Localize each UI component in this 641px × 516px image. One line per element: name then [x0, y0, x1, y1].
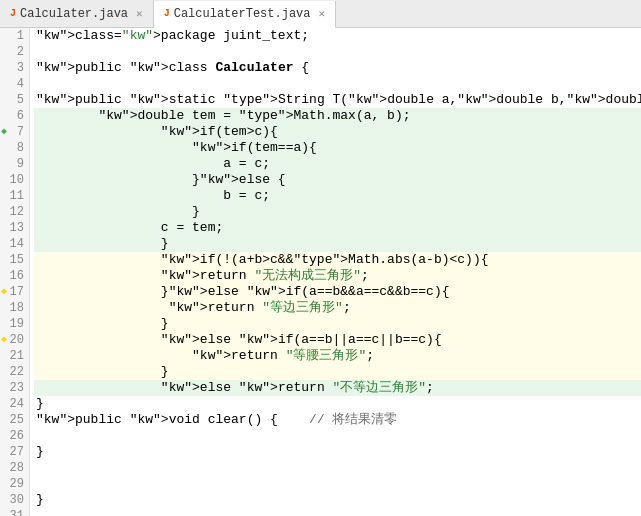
- line-number-21: 21: [0, 348, 29, 364]
- line-number-20: 20: [0, 332, 29, 348]
- code-line-1: "kw">class="kw">package juint_text;: [34, 28, 641, 44]
- line-number-25: 25: [0, 412, 29, 428]
- line-number-13: 13: [0, 220, 29, 236]
- tab-calculater-close[interactable]: ✕: [136, 7, 143, 20]
- line-number-24: 24: [0, 396, 29, 412]
- code-line-26: [34, 428, 641, 444]
- code-line-21: "kw">return "等腰三角形";: [34, 348, 641, 364]
- line-number-31: 31: [0, 508, 29, 516]
- java-file-icon-test: J: [164, 8, 170, 19]
- code-line-18: "kw">return "等边三角形";: [34, 300, 641, 316]
- line-number-16: 16: [0, 268, 29, 284]
- code-line-30: }: [34, 492, 641, 508]
- code-line-27: }: [34, 444, 641, 460]
- code-line-8: "kw">if(tem==a){: [34, 140, 641, 156]
- code-line-5: "kw">public "kw">static "type">String T(…: [34, 92, 641, 108]
- line-number-29: 29: [0, 476, 29, 492]
- line-number-19: 19: [0, 316, 29, 332]
- code-area[interactable]: "kw">class="kw">package juint_text; "kw"…: [30, 28, 641, 516]
- code-line-13: c = tem;: [34, 220, 641, 236]
- code-line-10: }"kw">else {: [34, 172, 641, 188]
- code-line-28: [34, 460, 641, 476]
- line-number-17: 17: [0, 284, 29, 300]
- line-number-3: 3: [0, 60, 29, 76]
- tab-calculater-test-label: CalculaterTest.java: [174, 7, 311, 21]
- code-line-17: }"kw">else "kw">if(a==b&&a==c&&b==c){: [34, 284, 641, 300]
- line-number-26: 26: [0, 428, 29, 444]
- code-line-12: }: [34, 204, 641, 220]
- line-number-23: 23: [0, 380, 29, 396]
- line-number-15: 15: [0, 252, 29, 268]
- line-number-11: 11: [0, 188, 29, 204]
- line-number-27: 27: [0, 444, 29, 460]
- code-line-20: "kw">else "kw">if(a==b||a==c||b==c){: [34, 332, 641, 348]
- code-line-14: }: [34, 236, 641, 252]
- code-line-15: "kw">if(!(a+b>c&&"type">Math.abs(a-b)<c)…: [34, 252, 641, 268]
- code-line-6: "kw">double tem = "type">Math.max(a, b);: [34, 108, 641, 124]
- code-line-24: }: [34, 396, 641, 412]
- tab-bar: J Calculater.java ✕ J CalculaterTest.jav…: [0, 0, 641, 28]
- code-line-7: "kw">if(tem>c){: [34, 124, 641, 140]
- editor: 1234567891011121314151617181920212223242…: [0, 28, 641, 516]
- code-line-29: [34, 476, 641, 492]
- code-line-23: "kw">else "kw">return "不等边三角形";: [34, 380, 641, 396]
- code-line-25: "kw">public "kw">void clear() { // 将结果清零: [34, 412, 641, 428]
- line-number-28: 28: [0, 460, 29, 476]
- tab-calculater-test-close[interactable]: ✕: [319, 7, 326, 20]
- code-line-4: [34, 76, 641, 92]
- line-number-10: 10: [0, 172, 29, 188]
- line-number-7: 7: [0, 124, 29, 140]
- line-number-14: 14: [0, 236, 29, 252]
- line-numbers: 1234567891011121314151617181920212223242…: [0, 28, 30, 516]
- line-number-12: 12: [0, 204, 29, 220]
- line-number-6: 6: [0, 108, 29, 124]
- code-line-2: [34, 44, 641, 60]
- code-line-19: }: [34, 316, 641, 332]
- code-line-9: a = c;: [34, 156, 641, 172]
- code-line-16: "kw">return "无法构成三角形";: [34, 268, 641, 284]
- line-number-8: 8: [0, 140, 29, 156]
- line-number-2: 2: [0, 44, 29, 60]
- tab-calculater-label: Calculater.java: [20, 7, 128, 21]
- code-line-31: [34, 508, 641, 516]
- line-number-1: 1: [0, 28, 29, 44]
- line-number-18: 18: [0, 300, 29, 316]
- code-line-11: b = c;: [34, 188, 641, 204]
- tab-calculater[interactable]: J Calculater.java ✕: [0, 0, 154, 27]
- code-line-3: "kw">public "kw">class Calculater {: [34, 60, 641, 76]
- code-line-22: }: [34, 364, 641, 380]
- line-number-22: 22: [0, 364, 29, 380]
- line-number-5: 5: [0, 92, 29, 108]
- tab-calculater-test[interactable]: J CalculaterTest.java ✕: [154, 1, 336, 28]
- line-number-9: 9: [0, 156, 29, 172]
- java-file-icon: J: [10, 8, 16, 19]
- line-number-30: 30: [0, 492, 29, 508]
- line-number-4: 4: [0, 76, 29, 92]
